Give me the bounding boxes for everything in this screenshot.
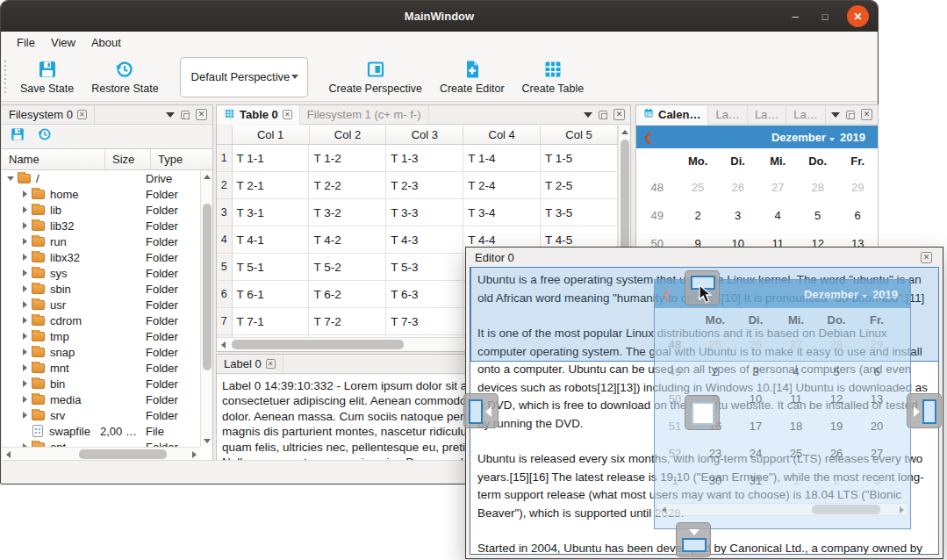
tree-horizontal-scrollbar[interactable] <box>2 447 200 461</box>
expander-icon[interactable] <box>7 176 14 181</box>
scroll-up-icon[interactable] <box>201 170 213 183</box>
table-cell[interactable]: T 4-2 <box>309 226 386 253</box>
minimize-button[interactable]: – <box>787 10 803 23</box>
expander-icon[interactable] <box>23 222 27 229</box>
table-cell[interactable]: T 7-1 <box>233 308 310 334</box>
row-number-header[interactable] <box>217 126 233 144</box>
tree-row[interactable]: swapfile2,00 …File <box>2 423 200 439</box>
editor-titlebar[interactable]: Editor 0 ✕ <box>466 248 943 267</box>
column-header-size[interactable]: Size <box>105 149 151 170</box>
table-cell[interactable]: T 3-1 <box>233 199 310 226</box>
calendar-day[interactable]: 5 <box>798 209 838 222</box>
row-number[interactable]: 3 <box>217 199 233 226</box>
dock-float-icon[interactable] <box>846 111 855 119</box>
tree-row[interactable]: sysFolder <box>2 265 200 281</box>
tree-header[interactable]: Name Size Type <box>2 149 212 170</box>
table-cell[interactable]: T 2-5 <box>541 172 618 198</box>
tab-calendar-3[interactable]: La… <box>786 105 825 125</box>
calendar-day[interactable]: 6 <box>837 209 878 222</box>
tree-row[interactable]: usrFolder <box>2 297 200 312</box>
tree-row[interactable]: mediaFolder <box>2 391 200 407</box>
tree-row[interactable]: sbinFolder <box>2 281 200 297</box>
dock-float-icon[interactable] <box>181 111 190 119</box>
tab-filesystem-1[interactable]: Filesystem 1 (c+ m- f-) <box>300 105 429 125</box>
calendar-day[interactable]: 2 <box>678 209 718 222</box>
drop-indicator-right[interactable] <box>907 393 942 428</box>
row-number[interactable]: 1 <box>217 145 233 171</box>
table-cell[interactable]: T 6-3 <box>386 281 463 307</box>
tab-table-0[interactable]: Table 0 ✕ <box>217 105 300 125</box>
expander-icon[interactable] <box>23 412 27 419</box>
calendar-year[interactable]: 2019 <box>840 131 865 144</box>
row-number[interactable]: 5 <box>217 254 233 280</box>
table-cell[interactable]: T 2-2 <box>309 172 386 198</box>
dock-float-icon[interactable] <box>599 111 607 119</box>
menu-item-file[interactable]: File <box>9 34 43 51</box>
create-editor-button[interactable]: Create Editor <box>431 55 513 98</box>
expander-icon[interactable] <box>23 348 27 355</box>
save-icon[interactable] <box>10 126 25 146</box>
table-cell[interactable]: T 3-5 <box>541 199 618 226</box>
table-cell[interactable]: T 5-3 <box>386 254 463 280</box>
expander-icon[interactable] <box>23 317 27 324</box>
restore-state-button[interactable]: Restore State <box>83 55 167 98</box>
tree-row[interactable]: snapFolder <box>2 344 200 360</box>
menu-item-about[interactable]: About <box>83 34 129 51</box>
expander-icon[interactable] <box>23 285 27 292</box>
calendar-day[interactable]: 26 <box>718 181 758 194</box>
tab-close-icon[interactable]: ✕ <box>283 110 292 119</box>
table-cell[interactable]: T 1-3 <box>386 145 463 171</box>
expander-icon[interactable] <box>23 190 27 197</box>
tree-vertical-scrollbar[interactable] <box>200 170 212 447</box>
expander-icon[interactable] <box>23 333 27 340</box>
save-state-button[interactable]: Save State <box>11 55 83 98</box>
tree-row[interactable]: srvFolder <box>2 407 200 423</box>
table-cell[interactable]: T 1-2 <box>309 145 386 171</box>
expander-icon[interactable] <box>23 380 27 387</box>
table-cell[interactable]: T 1-5 <box>541 145 618 171</box>
dock-menu-icon[interactable] <box>831 112 840 118</box>
scroll-left-icon[interactable] <box>217 339 229 351</box>
expander-icon[interactable] <box>23 396 27 403</box>
table-cell[interactable]: T 3-4 <box>463 199 541 226</box>
create-table-button[interactable]: Create Table <box>513 55 593 98</box>
column-header-1[interactable]: Col 1 <box>233 126 310 144</box>
table-cell[interactable]: T 1-4 <box>463 145 541 171</box>
table-cell[interactable]: T 4-1 <box>233 226 310 253</box>
dock-close-icon[interactable]: ✕ <box>196 109 207 120</box>
tab-filesystem-0[interactable]: Filesystem 0 ✕ <box>2 105 95 125</box>
tree-row[interactable]: /Drive <box>2 170 200 186</box>
calendar-day[interactable]: 29 <box>837 181 878 194</box>
table-cell[interactable]: T 6-1 <box>233 281 310 307</box>
table-cell[interactable]: T 7-2 <box>309 308 386 334</box>
column-header-name[interactable]: Name <box>2 149 105 170</box>
table-cell[interactable]: T 4-3 <box>386 226 463 253</box>
window-titlebar[interactable]: MainWindow – □ ✕ <box>1 1 878 32</box>
tree-row[interactable]: tmpFolder <box>2 328 200 344</box>
perspective-combobox[interactable]: Default Perspective <box>180 57 308 97</box>
table-cell[interactable]: T 2-4 <box>463 172 541 198</box>
row-number[interactable]: 7 <box>217 308 233 334</box>
calendar-day[interactable]: 3 <box>718 209 758 222</box>
calendar-day[interactable]: 4 <box>757 209 798 222</box>
expander-icon[interactable] <box>23 238 27 245</box>
dock-menu-icon[interactable] <box>166 112 175 118</box>
scroll-right-icon[interactable] <box>188 449 200 461</box>
table-cell[interactable]: T 1-1 <box>233 145 310 171</box>
calendar-day[interactable]: 27 <box>757 181 798 194</box>
column-header-2[interactable]: Col 2 <box>310 126 387 144</box>
column-header-type[interactable]: Type <box>151 149 212 170</box>
table-cell[interactable]: T 5-2 <box>309 254 386 280</box>
expander-icon[interactable] <box>23 206 27 213</box>
table-cell[interactable]: T 3-2 <box>309 199 386 226</box>
maximize-button[interactable]: □ <box>817 11 833 22</box>
tab-label-0[interactable]: Label 0 ✕ <box>217 355 283 374</box>
tree-row[interactable]: cdromFolder <box>2 312 200 328</box>
scroll-up-icon[interactable] <box>619 126 631 138</box>
tab-close-icon[interactable]: ✕ <box>77 110 87 119</box>
menu-item-view[interactable]: View <box>43 34 83 51</box>
tree-row[interactable]: libFolder <box>2 202 200 218</box>
tree-row[interactable]: runFolder <box>2 233 200 249</box>
row-number[interactable]: 4 <box>217 226 233 253</box>
expander-icon[interactable] <box>23 364 27 371</box>
